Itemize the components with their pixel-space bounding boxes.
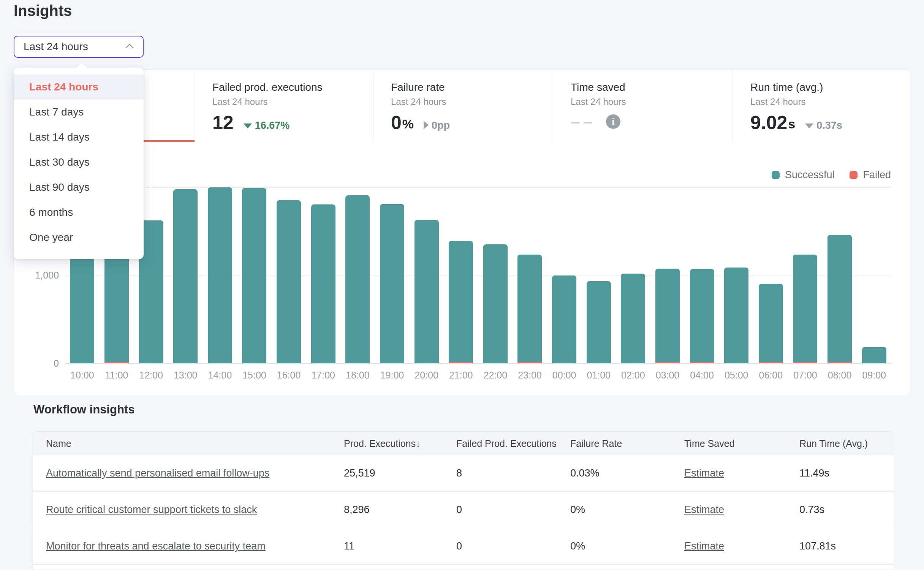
workflow-name-link[interactable]: Monitor for threats and escalate to secu…	[46, 540, 266, 552]
x-axis-tick-label: 05:00	[719, 370, 754, 381]
column-header-run-time[interactable]: Run Time (Avg.)	[799, 432, 868, 455]
stat-label: Time saved	[571, 81, 733, 93]
time-range-dropdown: Last 24 hours Last 7 days Last 14 days L…	[14, 68, 144, 259]
cell-failed-prod-executions: 0	[456, 492, 462, 528]
cell-run-time: 0.73s	[799, 492, 824, 528]
table-body: Automatically send personalised email fo…	[33, 455, 894, 565]
chevron-up-icon	[125, 44, 134, 52]
trend-down-icon	[244, 124, 252, 128]
time-range-value: Last 24 hours	[24, 41, 88, 53]
dropdown-option[interactable]: Last 7 days	[14, 100, 144, 125]
x-axis-tick-label: 01:00	[581, 370, 616, 381]
x-axis-tick-label: 15:00	[237, 370, 272, 381]
stat-delta: 0.37s	[816, 119, 842, 132]
workflow-insights-table: Name Prod. Executions↓ Failed Prod. Exec…	[33, 431, 894, 570]
stat-period: Last 24 hours	[750, 97, 910, 107]
x-axis-tick-label: 11:00	[100, 370, 134, 381]
column-header-name[interactable]: Name	[46, 432, 71, 455]
chart-bar	[587, 281, 611, 363]
popover-arrow	[76, 62, 87, 74]
table-header-row: Name Prod. Executions↓ Failed Prod. Exec…	[33, 432, 894, 455]
chart-bar	[552, 276, 576, 364]
stat-tab-failed-prod-executions[interactable]: Failed prod. executions Last 24 hours 12…	[195, 70, 373, 142]
chart-bar	[690, 269, 714, 363]
stat-delta: 0pp	[432, 119, 450, 132]
estimate-link[interactable]: Estimate	[684, 540, 724, 552]
estimate-link[interactable]: Estimate	[684, 504, 724, 515]
x-axis-tick-label: 18:00	[340, 370, 375, 381]
x-axis-tick-label: 13:00	[168, 370, 203, 381]
time-range-select[interactable]: Last 24 hours	[14, 36, 144, 58]
dropdown-option[interactable]: Last 24 hours	[14, 74, 144, 100]
x-axis-tick-label: 20:00	[409, 370, 444, 381]
column-header-time-saved[interactable]: Time Saved	[684, 432, 734, 455]
chart-bar	[242, 188, 266, 363]
workflow-insights-heading: Workflow insights	[33, 403, 134, 416]
chart-bar	[759, 284, 783, 363]
chart-bar	[415, 220, 439, 363]
cell-failure-rate: 0%	[570, 492, 585, 528]
x-axis-tick-label: 02:00	[616, 370, 650, 381]
column-header-prod-executions[interactable]: Prod. Executions↓	[344, 432, 421, 455]
stat-value-empty: ––	[571, 113, 595, 130]
cell-failed-prod-executions: 8	[456, 455, 462, 491]
dropdown-option[interactable]: Last 30 days	[14, 150, 144, 175]
x-axis-tick-label: 06:00	[754, 370, 788, 381]
chart-bar	[517, 255, 542, 363]
cell-run-time: 107.81s	[799, 528, 836, 564]
chart-bar	[311, 204, 335, 363]
table-row: Monitor for threats and escalate to secu…	[33, 528, 894, 565]
stat-value: 12	[212, 113, 234, 132]
executions-bar-chart: Successful Failed 1,000 0 10:0011:0012:0…	[14, 142, 911, 396]
x-axis-tick-label: 08:00	[823, 370, 857, 381]
trend-flat-icon	[424, 121, 429, 129]
stat-value-unit: %	[402, 116, 414, 132]
workflow-name-link[interactable]: Route critical customer support tickets …	[46, 504, 257, 515]
cell-failed-prod-executions: 0	[456, 528, 462, 564]
table-row: Route critical customer support tickets …	[33, 492, 894, 528]
chart-bar	[827, 235, 852, 363]
trend-down-icon	[805, 124, 813, 128]
x-axis-tick-label: 23:00	[513, 370, 547, 381]
chart-bar	[173, 189, 198, 363]
cell-run-time: 11.49s	[799, 455, 829, 491]
x-axis-tick-label: 19:00	[375, 370, 410, 381]
chart-bar	[724, 268, 748, 363]
cell-failure-rate: 0.03%	[570, 455, 600, 491]
dropdown-option[interactable]: Last 90 days	[14, 175, 144, 200]
x-axis-tick-label: 10:00	[65, 370, 100, 381]
cell-prod-executions: 25,519	[344, 455, 375, 491]
column-header-failure-rate[interactable]: Failure Rate	[570, 432, 622, 455]
table-row: Automatically send personalised email fo…	[33, 455, 894, 492]
bar-plot	[65, 142, 891, 363]
x-axis-tick-label: 09:00	[857, 370, 891, 381]
chart-bar	[483, 244, 508, 363]
dropdown-option[interactable]: 6 months	[14, 200, 144, 225]
dropdown-option[interactable]: Last 14 days	[14, 125, 144, 150]
stat-value-unit: s	[788, 116, 795, 132]
info-icon[interactable]	[606, 114, 620, 129]
workflow-name-link[interactable]: Automatically send personalised email fo…	[46, 467, 269, 479]
x-axis-tick-label: 14:00	[203, 370, 237, 381]
x-axis-labels: 10:0011:0012:0013:0014:0015:0016:0017:00…	[65, 370, 891, 385]
x-axis-tick-label: 03:00	[650, 370, 685, 381]
cell-prod-executions: 8,296	[344, 492, 370, 528]
chart-bar	[793, 255, 817, 363]
chart-bar	[277, 200, 301, 363]
x-axis-tick-label: 00:00	[547, 370, 582, 381]
stat-period: Last 24 hours	[391, 97, 553, 107]
x-axis-tick-label: 16:00	[272, 370, 306, 381]
page-title: Insights	[14, 2, 72, 19]
cell-failure-rate: 0%	[570, 528, 585, 564]
x-axis-tick-label: 21:00	[444, 370, 478, 381]
sort-desc-icon: ↓	[416, 438, 421, 449]
y-axis-tick-label: 1,000	[14, 269, 59, 281]
dropdown-option[interactable]: One year	[14, 225, 144, 250]
stat-tab-time-saved[interactable]: Time saved Last 24 hours ––	[553, 70, 733, 142]
y-axis-tick-label: 0	[14, 358, 59, 369]
stat-tab-run-time-avg[interactable]: Run time (avg.) Last 24 hours 9.02 s 0.3…	[733, 70, 910, 142]
stat-tab-failure-rate[interactable]: Failure rate Last 24 hours 0 % 0pp	[373, 70, 553, 142]
insights-card: Failed prod. executions Last 24 hours 12…	[14, 70, 910, 395]
column-header-failed-prod-executions[interactable]: Failed Prod. Executions	[456, 432, 557, 455]
estimate-link[interactable]: Estimate	[684, 467, 724, 479]
